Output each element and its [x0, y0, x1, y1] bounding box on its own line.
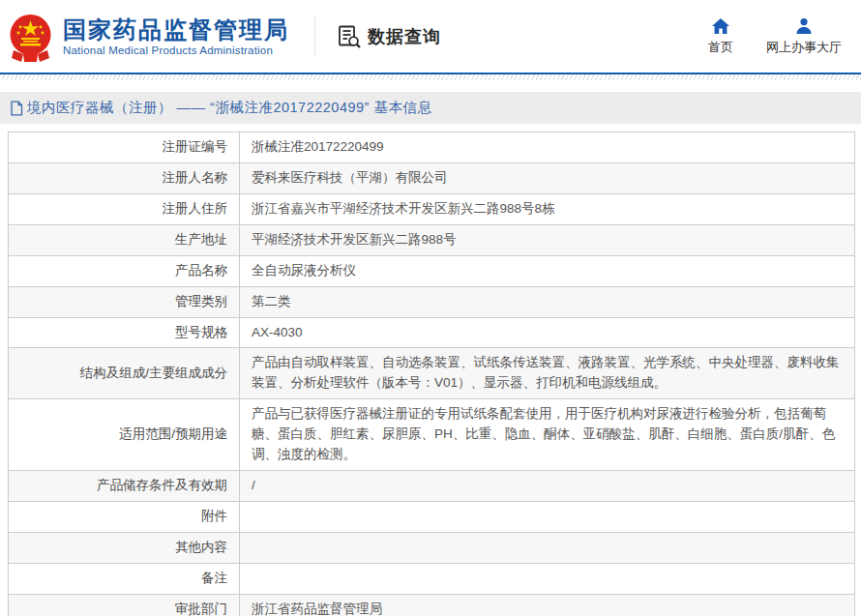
org-title-block: 国家药品监督管理局 National Medical Products Admi… — [63, 16, 289, 57]
field-value: 爱科来医疗科技（平湖）有限公司 — [240, 163, 854, 193]
field-label: 注册人住所 — [9, 194, 240, 224]
hatch-strip — [0, 74, 861, 80]
field-label: 附件 — [9, 502, 240, 532]
field-label-text: 其他内容 — [175, 538, 227, 558]
field-label: 产品储存条件及有效期 — [9, 471, 240, 501]
field-value: AX-4030 — [240, 318, 854, 348]
field-value: 浙江省嘉兴市平湖经济技术开发区新兴二路988号8栋 — [240, 194, 854, 224]
field-label-text: 注册证编号 — [163, 137, 228, 158]
field-value: / — [240, 471, 854, 501]
field-label: 审批部门 — [9, 595, 240, 616]
user-icon — [794, 16, 814, 36]
field-value: 浙江省药品监督管理局 — [240, 595, 854, 616]
field-label-text: 适用范围/预期用途 — [119, 425, 227, 445]
field-value — [240, 502, 854, 532]
org-name-cn: 国家药品监督管理局 — [63, 16, 289, 44]
field-label-text: 生产地址 — [175, 230, 227, 250]
table-row: 注册人名称 爱科来医疗科技（平湖）有限公司 — [9, 162, 854, 193]
nmpa-emblem-logo — [8, 12, 53, 62]
table-row: 备注 — [9, 563, 854, 594]
nav-home-label: 首页 — [708, 39, 733, 56]
field-label-text: 附件 — [201, 507, 227, 527]
data-query-section[interactable]: 数据查询 — [337, 24, 441, 49]
table-row: 产品名称 全自动尿液分析仪 — [9, 255, 854, 286]
field-label-text: 注册人名称 — [163, 168, 228, 189]
field-label-text: 结构及组成/主要组成成分 — [80, 364, 227, 384]
field-value — [240, 533, 854, 563]
field-value: 全自动尿液分析仪 — [240, 256, 854, 286]
field-label: 生产地址 — [9, 225, 240, 255]
table-row: 适用范围/预期用途 产品与已获得医疗器械注册证的专用试纸条配套使用，用于医疗机构… — [9, 398, 854, 470]
field-label: 其他内容 — [9, 533, 240, 563]
table-row: 型号规格 AX-4030 — [9, 317, 854, 348]
header-divider — [314, 16, 315, 57]
header-nav: 首页 网上办事大厅 — [708, 16, 847, 56]
field-label-text: 产品储存条件及有效期 — [97, 476, 227, 496]
table-row: 生产地址 平湖经济技术开发区新兴二路988号 — [9, 224, 854, 255]
data-query-label: 数据查询 — [368, 25, 441, 48]
table-row: 注册人住所 浙江省嘉兴市平湖经济技术开发区新兴二路988号8栋 — [9, 193, 854, 224]
table-row: 产品储存条件及有效期 / — [9, 470, 854, 501]
field-label: 适用范围/预期用途 — [9, 399, 240, 470]
field-label: 结构及组成/主要组成成分 — [9, 348, 240, 398]
doc-search-icon — [337, 24, 362, 49]
field-label: 产品名称 — [9, 256, 240, 286]
field-value — [240, 564, 854, 594]
field-label-text: 产品名称 — [175, 261, 227, 281]
page-header: 国家药品监督管理局 National Medical Products Admi… — [0, 0, 861, 73]
field-value: 浙械注准20172220499 — [240, 132, 854, 162]
field-label-text: 管理类别 — [175, 292, 227, 312]
field-label-text: 型号规格 — [175, 323, 227, 343]
table-row: 结构及组成/主要组成成分 产品由自动取样装置、自动选条装置、试纸条传送装置、液路… — [9, 347, 854, 398]
field-label: 注册人名称 — [9, 163, 240, 193]
field-label-text: 注册人住所 — [163, 199, 228, 220]
field-value: 产品由自动取样装置、自动选条装置、试纸条传送装置、液路装置、光学系统、中央处理器… — [240, 348, 854, 398]
table-row: 注册证编号 浙械注准20172220499 — [9, 132, 854, 162]
field-label: 管理类别 — [9, 287, 240, 317]
field-label: 型号规格 — [9, 318, 240, 348]
table-row: 管理类别 第二类 — [9, 286, 854, 317]
page-title: 境内医疗器械（注册） —— “浙械注准20172220499” 基本信息 — [27, 99, 431, 117]
table-row: 附件 — [9, 501, 854, 532]
table-row: 其他内容 — [9, 532, 854, 563]
field-value: 平湖经济技术开发区新兴二路988号 — [240, 225, 854, 255]
field-label: 注册证编号 — [9, 132, 240, 162]
field-value: 第二类 — [240, 287, 854, 317]
field-value: 产品与已获得医疗器械注册证的专用试纸条配套使用，用于医疗机构对尿液进行检验分析，… — [240, 399, 854, 470]
nav-home[interactable]: 首页 — [708, 16, 733, 56]
field-label-text: 备注 — [201, 569, 227, 589]
org-name-en: National Medical Products Administration — [63, 44, 289, 56]
home-icon — [711, 16, 730, 36]
field-label-text: 审批部门 — [175, 600, 227, 616]
breadcrumb: 境内医疗器械（注册） —— “浙械注准20172220499” 基本信息 — [0, 92, 861, 124]
nav-service-hall-label: 网上办事大厅 — [766, 39, 842, 56]
field-label: 备注 — [9, 564, 240, 594]
registration-info-table: 注册证编号 浙械注准20172220499 注册人名称 爱科来医疗科技（平湖）有… — [8, 132, 855, 616]
document-icon — [10, 101, 23, 116]
table-row: 审批部门 浙江省药品监督管理局 — [9, 594, 854, 616]
nav-service-hall[interactable]: 网上办事大厅 — [766, 16, 842, 56]
